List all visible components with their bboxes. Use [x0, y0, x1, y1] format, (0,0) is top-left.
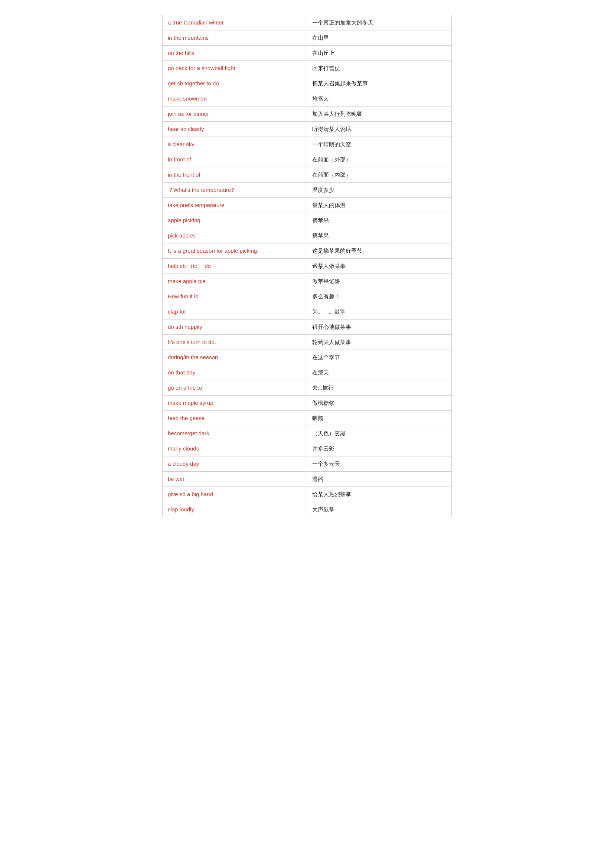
- table-row: join us for dinner加入某人行列吃晚餐: [163, 107, 451, 122]
- cell-english: many clouds: [163, 441, 307, 456]
- table-row: clap for为。。。鼓掌: [163, 304, 451, 319]
- cell-english: hear sb clearly: [163, 122, 307, 136]
- cell-english: a cloudy day: [163, 456, 307, 471]
- cell-chinese: 在这个季节: [307, 350, 451, 365]
- table-row: during/in the season在这个季节: [163, 350, 451, 365]
- cell-chinese: 喂鹅: [307, 411, 451, 426]
- cell-chinese: 给某人热烈鼓掌: [307, 487, 451, 502]
- table-row: on that day在那天: [163, 365, 451, 380]
- table-row: feed the geese喂鹅: [163, 411, 451, 426]
- cell-chinese: 在山里: [307, 30, 451, 45]
- cell-english: clap loudly: [163, 502, 307, 517]
- cell-chinese: 在那天: [307, 365, 451, 380]
- cell-english: join us for dinner: [163, 107, 307, 121]
- cell-english: in the mountains: [163, 30, 307, 45]
- cell-chinese: 很开心地做某事: [307, 319, 451, 334]
- table-row: make apple pie做苹果馅饼: [163, 274, 451, 289]
- cell-english: be wet: [163, 472, 307, 487]
- cell-english: get sb together to do: [163, 76, 307, 91]
- table-row: on the hills在山丘上: [163, 46, 451, 61]
- cell-english: go on a trip to: [163, 380, 307, 395]
- cell-english: do sth happily: [163, 319, 307, 334]
- cell-chinese: 大声鼓掌: [307, 502, 451, 517]
- cell-chinese: 摘苹果: [307, 213, 451, 228]
- cell-english: give sb a big hand: [163, 487, 307, 502]
- cell-english: ？What's the temperature?: [163, 183, 307, 197]
- cell-english: go back for a snowball fight: [163, 61, 307, 76]
- cell-chinese: 量某人的体温: [307, 198, 451, 212]
- cell-english: help sb （to） do: [163, 259, 307, 273]
- table-row: pick apples摘苹果: [163, 228, 451, 243]
- cell-chinese: 回来打雪仗: [307, 61, 451, 76]
- cell-english: It's one's turn to do.: [163, 335, 307, 350]
- cell-chinese: 做枫糖浆: [307, 395, 451, 411]
- table-row: take one's temperature量某人的体温: [163, 198, 451, 213]
- table-row: a clear sky一个晴朗的天空: [163, 137, 451, 152]
- cell-english: in front of: [163, 152, 307, 167]
- cell-english: It is a great season for apple picking.: [163, 243, 307, 258]
- table-row: in the front of在前面（内部）: [163, 167, 451, 183]
- cell-chinese: （天色）变黑: [307, 426, 451, 441]
- cell-english: during/in the season: [163, 350, 307, 365]
- cell-chinese: 一个真正的加拿大的冬天: [307, 15, 451, 30]
- cell-chinese: 湿的: [307, 472, 451, 487]
- cell-english: clap for: [163, 304, 307, 319]
- cell-chinese: 多么有趣！: [307, 289, 451, 304]
- cell-chinese: 在前面（外部）: [307, 152, 451, 167]
- cell-english: make maple syrup: [163, 395, 307, 411]
- cell-chinese: 一个多云天: [307, 456, 451, 471]
- table-row: in the mountains在山里: [163, 30, 451, 46]
- table-row: a true Canadian winter一个真正的加拿大的冬天: [163, 15, 451, 30]
- cell-english: take one's temperature: [163, 198, 307, 212]
- table-row: It is a great season for apple picking.这…: [163, 243, 451, 259]
- cell-english: feed the geese: [163, 411, 307, 426]
- cell-english: make snowmen: [163, 91, 307, 106]
- vocabulary-table: a true Canadian winter一个真正的加拿大的冬天in the …: [162, 15, 452, 517]
- cell-english: in the front of: [163, 167, 307, 182]
- cell-chinese: 温度多少: [307, 183, 451, 197]
- table-row: a cloudy day一个多云天: [163, 456, 451, 472]
- cell-chinese: 加入某人行列吃晚餐: [307, 107, 451, 121]
- cell-english: make apple pie: [163, 274, 307, 289]
- cell-english: pick apples: [163, 228, 307, 243]
- cell-chinese: 这是摘苹果的好季节。: [307, 243, 451, 258]
- table-row: be wet湿的: [163, 472, 451, 487]
- cell-english: on the hills: [163, 46, 307, 60]
- table-row: many clouds许多云彩: [163, 441, 451, 456]
- cell-chinese: 帮某人做某事: [307, 259, 451, 273]
- cell-chinese: 把某人召集起来做某事: [307, 76, 451, 91]
- table-row: make maple syrup做枫糖浆: [163, 395, 451, 411]
- table-row: hear sb clearly听得清某人说话: [163, 122, 451, 137]
- table-row: go on a trip to去...旅行: [163, 380, 451, 395]
- table-row: It's one's turn to do.轮到某人做某事: [163, 335, 451, 350]
- cell-english: a true Canadian winter: [163, 15, 307, 30]
- table-row: go back for a snowball fight回来打雪仗: [163, 61, 451, 76]
- cell-chinese: 为。。。鼓掌: [307, 304, 451, 319]
- cell-chinese: 做苹果馅饼: [307, 274, 451, 289]
- cell-chinese: 轮到某人做某事: [307, 335, 451, 350]
- cell-english: a clear sky: [163, 137, 307, 152]
- table-row: become/get dark（天色）变黑: [163, 426, 451, 441]
- cell-chinese: 一个晴朗的天空: [307, 137, 451, 152]
- cell-chinese: 堆雪人: [307, 91, 451, 106]
- table-row: give sb a big hand给某人热烈鼓掌: [163, 487, 451, 502]
- table-row: How fun it is!多么有趣！: [163, 289, 451, 304]
- cell-english: How fun it is!: [163, 289, 307, 304]
- cell-english: apple picking: [163, 213, 307, 228]
- cell-chinese: 许多云彩: [307, 441, 451, 456]
- cell-chinese: 在山丘上: [307, 46, 451, 60]
- cell-english: on that day: [163, 365, 307, 380]
- cell-chinese: 听得清某人说话: [307, 122, 451, 136]
- cell-chinese: 去...旅行: [307, 380, 451, 395]
- table-row: do sth happily很开心地做某事: [163, 319, 451, 335]
- table-row: make snowmen堆雪人: [163, 91, 451, 107]
- cell-english: become/get dark: [163, 426, 307, 441]
- cell-chinese: 在前面（内部）: [307, 167, 451, 182]
- table-row: help sb （to） do帮某人做某事: [163, 259, 451, 274]
- table-row: ？What's the temperature?温度多少: [163, 183, 451, 198]
- table-row: apple picking摘苹果: [163, 213, 451, 228]
- cell-chinese: 摘苹果: [307, 228, 451, 243]
- table-row: get sb together to do把某人召集起来做某事: [163, 76, 451, 91]
- table-row: clap loudly大声鼓掌: [163, 502, 451, 517]
- table-row: in front of在前面（外部）: [163, 152, 451, 167]
